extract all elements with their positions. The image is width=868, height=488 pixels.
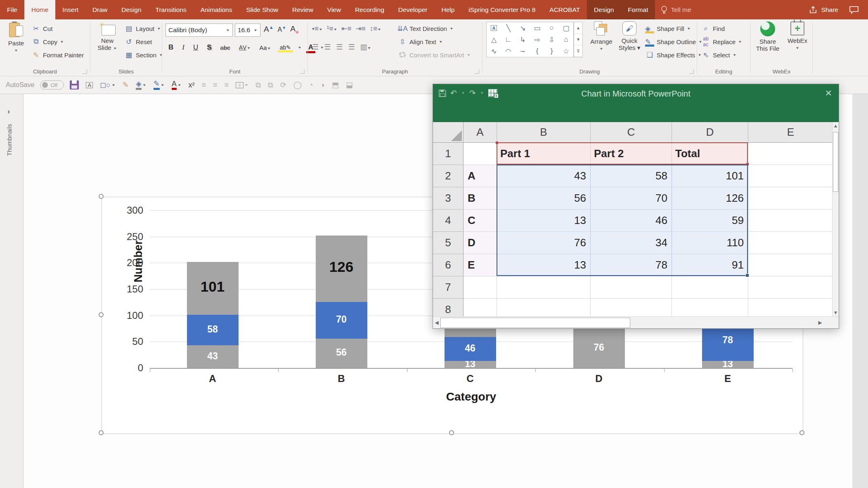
align-text-button[interactable]: ⇳ Align Text▼ (398, 38, 443, 46)
align-right-qat-button[interactable]: ≡ (225, 81, 229, 89)
column-header-a[interactable]: A (464, 122, 497, 143)
column-header-c[interactable]: C (591, 122, 672, 143)
row-header-7[interactable]: 7 (433, 276, 464, 299)
bar-C-part-2[interactable]: 46 (445, 337, 496, 361)
cell-E3[interactable] (748, 187, 833, 210)
tab-insert[interactable]: Insert (55, 0, 85, 19)
chart-x-axis-title[interactable]: Category (422, 390, 521, 403)
tab-file[interactable]: File (0, 0, 24, 19)
cell-D1[interactable]: Total (672, 143, 748, 165)
row-header-4[interactable]: 4 (433, 210, 464, 232)
sheet-save-icon[interactable] (439, 90, 446, 97)
cell-C5[interactable]: 34 (591, 232, 672, 254)
bar-A-part-2[interactable]: 58 (187, 315, 239, 345)
tab-draw[interactable]: Draw (85, 0, 114, 19)
redo-caret[interactable]: ▼ (480, 91, 484, 95)
selection-handle[interactable] (99, 312, 104, 317)
cell-A6[interactable]: E (464, 254, 497, 276)
cell-D3[interactable]: 126 (672, 187, 748, 210)
cell-E4[interactable] (748, 210, 833, 232)
format-painter-button[interactable]: ✎ Format Painter (31, 51, 84, 59)
justify-button[interactable]: ☰ (348, 42, 355, 52)
down-arrow-shape[interactable]: ⇩ (549, 35, 554, 44)
font-dialog-launcher[interactable] (300, 69, 304, 73)
cell-E5[interactable] (748, 232, 833, 254)
cell-C1[interactable]: Part 2 (591, 143, 672, 165)
increase-font-size-button[interactable]: A▲ (264, 25, 274, 34)
arrange-button[interactable]: Arrange ▼ (588, 21, 615, 52)
decrease-indent-button[interactable]: ⇤≡ (341, 24, 351, 33)
cell-D6[interactable]: 91 (672, 254, 748, 276)
sheet-window-titlebar[interactable]: ↶▼ ↷▼ x Chart in Microsoft PowerPoint ✕ (433, 84, 839, 122)
rounded-rectangle-shape[interactable]: ▢ (563, 24, 569, 33)
bar-A-total[interactable]: 101 (187, 262, 239, 315)
shapes-qat-button[interactable]: ◻○▼ (100, 81, 116, 89)
elbow-connector-shape[interactable]: ∟ (505, 35, 512, 44)
sheet-undo-icon[interactable]: ↶ (450, 88, 457, 98)
bar-B-total[interactable]: 126 (316, 236, 367, 302)
share-button[interactable]: Share (809, 6, 838, 14)
column-header-b[interactable]: B (497, 122, 591, 143)
comments-icon[interactable] (849, 6, 859, 14)
cell-A5[interactable]: D (464, 232, 497, 254)
bar-D-part-1[interactable]: 76 (573, 328, 625, 368)
increase-indent-button[interactable]: ⇥≡ (355, 24, 365, 33)
decrease-font-size-button[interactable]: A▼ (278, 26, 286, 33)
undo-caret[interactable]: ▼ (461, 91, 465, 95)
shape-effects-button[interactable]: ❏ Shape Effects▼ (645, 51, 702, 59)
scroll-right-button[interactable]: ▶ (816, 320, 824, 325)
cell-D4[interactable]: 59 (672, 210, 748, 232)
text-box-qat-button[interactable]: A (86, 82, 93, 88)
edit-in-excel-icon[interactable]: x (488, 89, 497, 97)
convert-to-smartart-button[interactable]: ⮔ Convert to SmartArt▼ (398, 51, 471, 59)
cell-A4[interactable]: C (464, 210, 497, 232)
tell-me-box[interactable]: Tell me (655, 0, 697, 19)
cell-C3[interactable]: 70 (591, 187, 672, 210)
scribble-shape[interactable]: ∿ (491, 47, 497, 56)
cell-A1[interactable] (464, 143, 497, 165)
arc-shape[interactable]: ◠ (505, 47, 511, 56)
text-direction-button[interactable]: ⇊A Text Direction▼ (398, 24, 454, 33)
tab-design[interactable]: Design (114, 0, 148, 19)
cell-A7[interactable] (464, 276, 497, 299)
merge-union-qat-button[interactable]: ◯ (293, 81, 302, 89)
cell-B3[interactable]: 56 (497, 187, 591, 210)
tab-review[interactable]: Review (285, 0, 320, 19)
elbow-arrow-shape[interactable]: ↳ (520, 35, 525, 44)
bar-E-part-1[interactable]: 13 (702, 361, 754, 368)
cell-B5[interactable]: 76 (497, 232, 591, 254)
select-all-corner[interactable] (433, 122, 464, 143)
cell-B4[interactable]: 13 (497, 210, 591, 232)
sheet-close-icon[interactable]: ✕ (825, 88, 832, 98)
cell-B6[interactable]: 13 (497, 254, 591, 276)
cut-button[interactable]: ✂ Cut (31, 24, 52, 33)
tab-developer[interactable]: Developer (391, 0, 435, 19)
right-arrow-shape[interactable]: ⇨ (534, 35, 540, 44)
align-left-button[interactable]: ☰ (312, 42, 319, 52)
cell-E7[interactable] (748, 276, 833, 299)
scroll-down-button[interactable]: ▼ (833, 309, 839, 316)
superscript-qat-button[interactable]: x² (189, 81, 195, 89)
format-painter-qat-button[interactable]: ✎ (123, 81, 129, 89)
bar-C-part-1[interactable]: 13 (445, 361, 496, 368)
shape-outline-qat-button[interactable]: ✎▼ (154, 80, 165, 90)
cell-B2[interactable]: 43 (497, 165, 591, 187)
curve-shape[interactable]: ∼ (520, 47, 525, 56)
horizontal-scroll-thumb[interactable] (440, 318, 630, 328)
shape-fill-qat-button[interactable]: ◈▼ (136, 80, 147, 90)
font-name-combo[interactable]: Calibri (Body)▼ (166, 24, 233, 37)
thumbnails-panel[interactable]: › Thumbnails (0, 94, 24, 488)
sheet-horizontal-scrollbar[interactable]: ◀▶ (433, 316, 839, 328)
tab-transitions[interactable]: Transitions (149, 0, 194, 19)
save-qat-button[interactable] (70, 80, 79, 90)
freeform-shape[interactable]: ⌂ (564, 35, 568, 44)
reset-button[interactable]: ↺ Reset (124, 38, 152, 46)
columns-button[interactable]: ▥▼ (360, 42, 371, 52)
align-text-qat-button[interactable]: ⇳▼ (236, 82, 248, 88)
sheet-redo-icon[interactable]: ↷ (469, 88, 476, 98)
clear-formatting-button[interactable]: A◆ (290, 24, 299, 35)
webex-button[interactable]: + WebEx ▼ (785, 21, 810, 51)
text-box-shape[interactable]: A (491, 25, 497, 31)
tab-recording[interactable]: Recording (348, 0, 391, 19)
italic-button[interactable]: I (180, 42, 187, 52)
